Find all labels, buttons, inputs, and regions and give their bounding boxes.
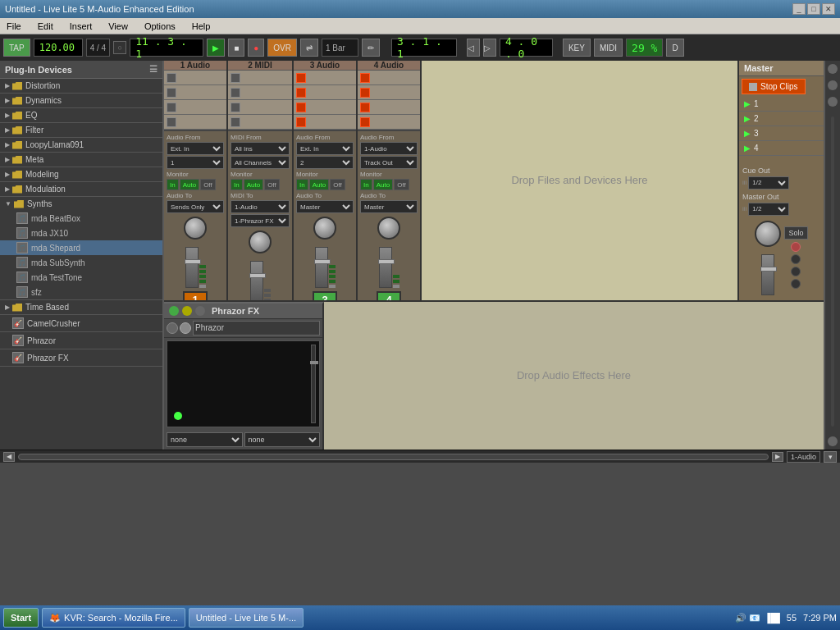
right-sidebar-dot-4[interactable]	[828, 436, 838, 446]
key-button[interactable]: KEY	[563, 39, 591, 57]
master-pan-knob[interactable]	[755, 221, 781, 247]
plugin-group-header-eq[interactable]: ▶EQ	[0, 108, 162, 122]
stop-button[interactable]: ■	[228, 39, 244, 57]
master-clip-2[interactable]: ▶ 2	[739, 112, 824, 126]
plugin-dropdown-1[interactable]: none	[167, 432, 243, 447]
track-3-audio-from-ch[interactable]: 2	[296, 156, 354, 169]
clip-btn[interactable]	[231, 73, 240, 83]
track-3-fader[interactable]	[315, 247, 328, 288]
track-2-midi-from-ch[interactable]: All Channels	[231, 156, 290, 169]
plugin-group-header-loopy[interactable]: ▶LoopyLlama091	[0, 138, 162, 152]
bpm-display[interactable]: 120.00	[34, 39, 83, 57]
quantize-display[interactable]: 1 Bar	[322, 39, 358, 57]
clip-btn[interactable]	[167, 117, 176, 127]
d-button[interactable]: D	[666, 39, 683, 57]
stop-clips-button[interactable]: Stop Clips	[742, 79, 806, 94]
track-4-number[interactable]: 4	[377, 291, 401, 300]
clip-btn[interactable]	[296, 103, 306, 112]
track-1-clip-3[interactable]	[164, 100, 226, 115]
taskbar-kvr-button[interactable]: 🦊 KVR: Search - Mozilla Fire...	[42, 608, 185, 628]
track-1-audio-from[interactable]: Ext. In	[167, 142, 224, 155]
master-clip-1[interactable]: ▶ 1	[739, 97, 824, 112]
track-3-clip-1[interactable]	[294, 71, 356, 85]
track-3-monitor-off[interactable]: Off	[330, 179, 345, 190]
plugin-rec-button[interactable]	[167, 322, 178, 334]
menu-insert[interactable]: Insert	[66, 20, 96, 33]
plugin-group-header-modulation[interactable]: ▶Modulation	[0, 182, 162, 196]
plugin-group-header-phrazor[interactable]: ▶ 🎸 Phrazor	[0, 332, 162, 349]
menu-help[interactable]: Help	[189, 20, 214, 33]
track-1-audio-to[interactable]: Sends Only	[167, 200, 224, 213]
clip-btn[interactable]	[231, 117, 240, 127]
master-cue-out-select[interactable]: 1/2	[748, 176, 789, 189]
track-2-monitor-in[interactable]: In	[231, 179, 243, 190]
master-out-select[interactable]: 1/2	[748, 203, 789, 216]
clip-btn[interactable]	[296, 88, 306, 98]
maximize-button[interactable]: □	[807, 3, 820, 15]
track-2-fader[interactable]	[250, 261, 263, 300]
menu-view[interactable]: View	[105, 20, 131, 33]
track-3-clip-4[interactable]	[294, 115, 356, 130]
scroll-left-button[interactable]: ◀	[3, 452, 15, 462]
plugin-item-jx10[interactable]: 🎵 mda JX10	[0, 226, 162, 240]
track-1-fader[interactable]	[185, 247, 199, 288]
track-3-audio-from[interactable]: Ext. In	[296, 142, 354, 155]
track-4-monitor-in[interactable]: In	[360, 179, 372, 190]
zoom-right-button[interactable]: ▷	[483, 39, 496, 57]
plugin-group-header-camelcrusher[interactable]: ▶ 🎸 CamelCrusher	[0, 315, 162, 331]
track-2-monitor-auto[interactable]: Auto	[244, 179, 263, 190]
sidebar-options-icon[interactable]: ☰	[149, 64, 158, 75]
plugin-name-input[interactable]	[193, 321, 320, 336]
track-2-midi-to[interactable]: 1-Audio	[231, 200, 290, 213]
menu-file[interactable]: File	[3, 20, 25, 33]
plugin-item-sfz[interactable]: 🎵 sfz	[0, 285, 162, 299]
menu-edit[interactable]: Edit	[34, 20, 57, 33]
track-3-monitor-auto[interactable]: Auto	[309, 179, 329, 190]
minimize-button[interactable]: _	[792, 3, 806, 15]
track-1-monitor-in[interactable]: In	[167, 179, 179, 190]
track-3-audio-to[interactable]: Master	[296, 200, 354, 213]
track-1-pan-knob[interactable]	[184, 217, 207, 240]
clip-btn[interactable]	[360, 88, 370, 98]
plugin-active-button[interactable]	[180, 322, 191, 334]
clip-btn[interactable]	[167, 103, 176, 112]
clip-btn[interactable]	[231, 88, 240, 98]
plugin-group-header-filter[interactable]: ▶Filter	[0, 123, 162, 137]
loop-button[interactable]: ⇌	[300, 39, 318, 57]
track-3-pan-knob[interactable]	[313, 217, 336, 240]
clip-btn[interactable]	[360, 117, 370, 127]
right-sidebar-dot-2[interactable]	[828, 80, 838, 90]
draw-button[interactable]: ✏	[362, 39, 380, 57]
track-2-clip-2[interactable]	[228, 85, 292, 100]
menu-options[interactable]: Options	[141, 20, 179, 33]
plugin-dropdown-2[interactable]: none	[244, 432, 321, 447]
track-4-audio-from-ch[interactable]: Track Out	[360, 156, 418, 169]
track-4-clip-2[interactable]	[358, 85, 420, 100]
track-1-monitor-auto[interactable]: Auto	[180, 179, 199, 190]
track-1-clip-4[interactable]	[164, 115, 226, 130]
track-2-monitor-off[interactable]: Off	[264, 179, 280, 190]
clip-btn[interactable]	[167, 88, 176, 98]
track-4-audio-to[interactable]: Master	[360, 200, 418, 213]
track-4-monitor-auto[interactable]: Auto	[373, 179, 393, 190]
track-3-clip-3[interactable]	[294, 100, 356, 115]
track-4-audio-from[interactable]: 1-Audio	[360, 142, 418, 155]
plugin-item-shepard[interactable]: 🎵 mda Shepard	[0, 240, 162, 255]
plugin-slider-1[interactable]	[311, 345, 316, 423]
track-select-arrow[interactable]: ▾	[824, 451, 837, 463]
track-2-clip-3[interactable]	[228, 100, 292, 115]
track-4-clip-1[interactable]	[358, 71, 420, 85]
track-2-midi-from[interactable]: All Ins	[231, 142, 290, 155]
tap-button[interactable]: TAP	[3, 39, 30, 57]
plugin-item-beatbox[interactable]: 🎵 mda BeatBox	[0, 211, 162, 226]
clip-btn[interactable]	[231, 103, 240, 112]
track-1-monitor-off[interactable]: Off	[200, 179, 216, 190]
master-clip-3[interactable]: ▶ 3	[739, 126, 824, 141]
track-2-pan-knob[interactable]	[249, 231, 272, 253]
plugin-item-subsynth[interactable]: 🎵 mda SubSynth	[0, 255, 162, 270]
record-button[interactable]: ●	[248, 39, 264, 57]
track-4-clip-3[interactable]	[358, 100, 420, 115]
ovr-button[interactable]: OVR	[267, 39, 297, 57]
track-3-clip-2[interactable]	[294, 85, 356, 100]
track-1-clip-2[interactable]	[164, 85, 226, 100]
